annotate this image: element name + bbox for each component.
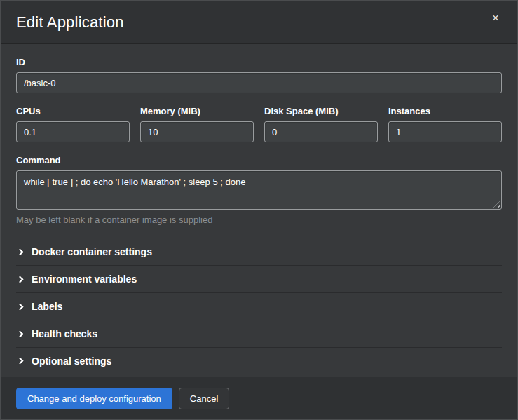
memory-field: Memory (MiB) <box>140 106 254 142</box>
memory-input[interactable] <box>140 121 254 142</box>
disk-space-label: Disk Space (MiB) <box>264 106 378 116</box>
command-help-text: May be left blank if a container image i… <box>16 215 502 225</box>
modal-title: Edit Application <box>16 13 124 32</box>
id-field: ID <box>16 57 502 93</box>
memory-label: Memory (MiB) <box>140 106 254 116</box>
change-and-deploy-button[interactable]: Change and deploy configuration <box>16 388 172 409</box>
command-label: Command <box>16 155 502 165</box>
modal-header: Edit Application × <box>1 1 517 44</box>
disk-space-field: Disk Space (MiB) <box>264 106 378 142</box>
chevron-right-icon <box>17 330 24 337</box>
instances-field: Instances <box>388 106 502 142</box>
section-label: Environment variables <box>32 273 137 285</box>
modal-body: ID CPUs Memory (MiB) Disk Space (MiB) In… <box>1 44 517 377</box>
chevron-right-icon <box>17 248 24 255</box>
instances-label: Instances <box>388 106 502 116</box>
edit-application-modal: Edit Application × ID CPUs Memory (MiB) … <box>0 0 518 420</box>
section-docker-container-settings[interactable]: Docker container settings <box>16 238 502 265</box>
section-label: Health checks <box>32 328 97 339</box>
section-optional-settings[interactable]: Optional settings <box>16 347 502 374</box>
close-button[interactable]: × <box>489 11 502 25</box>
section-label: Docker container settings <box>32 246 152 257</box>
resource-fields-row: CPUs Memory (MiB) Disk Space (MiB) Insta… <box>16 106 502 142</box>
collapsible-sections: Docker container settings Environment va… <box>16 238 502 374</box>
chevron-right-icon <box>17 358 24 365</box>
id-input[interactable] <box>16 72 502 93</box>
disk-space-input[interactable] <box>264 121 378 142</box>
cpus-label: CPUs <box>16 106 130 116</box>
command-textarea-wrap: while [ true ] ; do echo 'Hello Marathon… <box>16 170 502 210</box>
cancel-button[interactable]: Cancel <box>179 388 229 409</box>
command-textarea[interactable]: while [ true ] ; do echo 'Hello Marathon… <box>16 170 502 210</box>
section-label: Optional settings <box>32 355 111 367</box>
instances-input[interactable] <box>388 121 502 142</box>
cpus-input[interactable] <box>16 121 130 142</box>
chevron-right-icon <box>17 276 24 283</box>
chevron-right-icon <box>17 303 24 310</box>
section-health-checks[interactable]: Health checks <box>16 320 502 347</box>
modal-footer: Change and deploy configuration Cancel <box>1 377 517 419</box>
section-labels[interactable]: Labels <box>16 292 502 320</box>
section-label: Labels <box>32 301 62 312</box>
close-icon: × <box>492 11 499 25</box>
cpus-field: CPUs <box>16 106 130 142</box>
section-environment-variables[interactable]: Environment variables <box>16 265 502 292</box>
command-field: Command while [ true ] ; do echo 'Hello … <box>16 155 502 225</box>
id-label: ID <box>16 57 502 67</box>
